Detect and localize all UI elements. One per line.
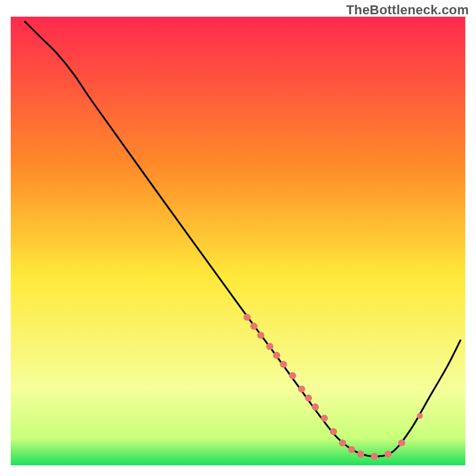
curve-marker [266,343,273,350]
watermark-text: TheBottleneck.com [346,2,469,18]
curve-marker [384,450,392,458]
curve-marker [257,331,264,339]
curve-marker [417,413,423,419]
curve-marker [330,428,337,436]
plot-area [11,17,465,465]
curve-marker [273,352,280,359]
curve-marker [243,314,250,321]
curve-marker [398,439,405,446]
curve-marker [348,446,355,453]
curve-marker [280,361,287,368]
curve-marker [250,322,258,330]
curve-marker [371,453,378,460]
chart-svg [11,17,465,465]
curve-marker [357,450,364,458]
curve-marker [312,403,319,411]
curve-marker [339,439,346,446]
chart-stage: TheBottleneck.com [0,0,476,476]
curve-marker [289,372,296,379]
curve-marker [298,386,305,393]
gradient-background [11,17,465,465]
curve-marker [305,394,312,402]
curve-marker [321,415,328,422]
